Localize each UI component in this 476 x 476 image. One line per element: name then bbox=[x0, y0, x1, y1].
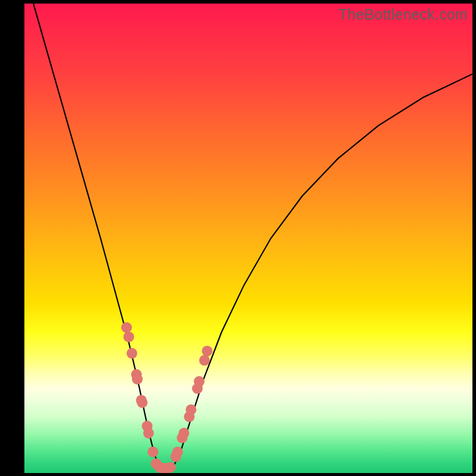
curve-path bbox=[33, 4, 472, 468]
data-marker bbox=[121, 322, 132, 333]
data-marker bbox=[143, 428, 154, 439]
data-marker bbox=[148, 447, 158, 458]
chart-frame: TheBottleneck.com bbox=[0, 0, 476, 476]
markers-bottom-group bbox=[154, 462, 176, 474]
data-marker bbox=[186, 405, 196, 415]
plot-area: TheBottleneck.com bbox=[24, 4, 472, 473]
data-marker bbox=[178, 428, 189, 439]
data-marker bbox=[173, 447, 183, 458]
data-marker bbox=[123, 331, 134, 342]
data-marker bbox=[194, 376, 205, 387]
data-marker bbox=[165, 462, 176, 473]
data-marker bbox=[137, 397, 148, 408]
data-marker bbox=[127, 348, 137, 359]
data-marker bbox=[202, 346, 212, 356]
markers-right-group bbox=[171, 346, 213, 462]
data-marker bbox=[199, 355, 210, 366]
data-marker bbox=[132, 374, 143, 384]
bottleneck-curve bbox=[24, 4, 472, 473]
markers-left-group bbox=[121, 322, 162, 469]
